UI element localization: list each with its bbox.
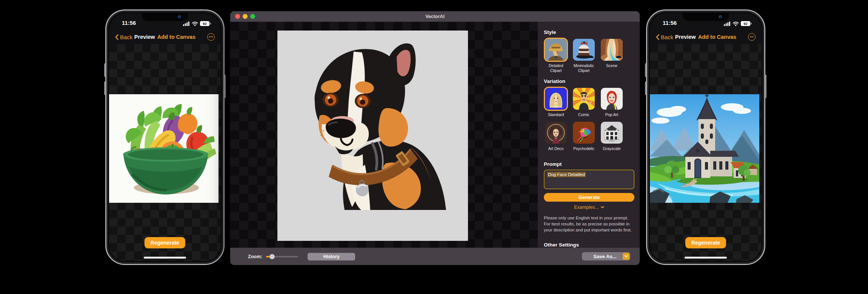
desktop-background: 11:56 92 Back Preview Add to Canvas ••• bbox=[0, 0, 868, 294]
style-label: Scene bbox=[600, 63, 624, 73]
window-bottom-toolbar: Zoom: History Save As... bbox=[230, 248, 640, 265]
more-options-icon[interactable]: ••• bbox=[207, 33, 215, 41]
front-camera bbox=[178, 15, 181, 18]
artboard-canvas bbox=[277, 31, 468, 241]
window-titlebar[interactable]: VectorAI bbox=[230, 11, 640, 22]
power-button bbox=[224, 75, 226, 98]
wifi-icon bbox=[192, 21, 198, 26]
variation-standard-thumb[interactable] bbox=[544, 87, 568, 111]
vectorai-window: VectorAI bbox=[230, 11, 640, 265]
chevron-down-icon bbox=[601, 206, 604, 208]
front-camera bbox=[719, 15, 722, 18]
transparent-checker-area: Regenerate bbox=[109, 44, 221, 261]
style-labels: Detailed Clipart Minimalistic Clipart Sc… bbox=[544, 63, 634, 73]
volume-up-button bbox=[104, 63, 106, 77]
prompt-header: Prompt bbox=[544, 161, 634, 167]
zoom-slider-knob[interactable] bbox=[269, 254, 275, 259]
settings-sidebar: Style bbox=[538, 22, 640, 248]
cellular-signal-icon bbox=[183, 21, 190, 26]
variation-label: Art Deco bbox=[544, 146, 568, 151]
add-to-canvas-button[interactable]: Add to Canvas bbox=[157, 34, 196, 40]
notch bbox=[142, 13, 188, 21]
nav-bar: Back Preview Add to Canvas ••• bbox=[650, 31, 762, 43]
status-icons: 92 bbox=[724, 21, 750, 26]
variation-popart-thumb[interactable] bbox=[600, 87, 624, 111]
cellular-signal-icon bbox=[724, 21, 731, 26]
variation-thumbnails-row2 bbox=[544, 121, 634, 145]
style-minimalistic-clipart-thumb[interactable] bbox=[572, 38, 596, 62]
prompt-input[interactable]: Dog Face Detailled bbox=[544, 170, 634, 189]
variation-labels-row1: Standard Comic Pop Art bbox=[544, 112, 634, 117]
status-icons: 92 bbox=[183, 21, 209, 26]
back-button[interactable]: Back bbox=[115, 34, 132, 40]
variation-thumbnails-row1 bbox=[544, 87, 634, 111]
style-detailed-clipart-thumb[interactable] bbox=[544, 38, 568, 62]
variation-header: Variation bbox=[544, 78, 634, 84]
clock: 11:56 bbox=[663, 20, 677, 26]
page-title: Preview bbox=[134, 34, 155, 40]
volume-down-button bbox=[104, 81, 106, 95]
style-label: Minimalistic Clipart bbox=[572, 63, 596, 73]
dog-face-illustration bbox=[277, 31, 468, 241]
clock: 11:56 bbox=[122, 20, 136, 26]
window-title: VectorAI bbox=[230, 11, 640, 21]
transparent-checker-area: Regenerate bbox=[650, 44, 762, 261]
zoom-slider[interactable] bbox=[266, 254, 298, 259]
variation-label: Grayscale bbox=[600, 146, 624, 151]
back-chevron-icon bbox=[656, 34, 659, 40]
add-to-canvas-button[interactable]: Add to Canvas bbox=[698, 34, 737, 40]
generated-image-church-scene bbox=[650, 94, 759, 203]
style-header: Style bbox=[544, 29, 634, 35]
wifi-icon bbox=[733, 21, 739, 26]
phone-screen: 11:56 92 Back Preview Add to Canvas ••• bbox=[109, 13, 221, 261]
back-button[interactable]: Back bbox=[656, 34, 673, 40]
battery-icon: 92 bbox=[200, 21, 209, 26]
page-title: Preview bbox=[675, 34, 696, 40]
variation-labels-row2: Art Deco Psychodelic Grayscale bbox=[544, 146, 634, 151]
variation-label: Psychodelic bbox=[572, 146, 596, 151]
vegetable-bowl-illustration bbox=[109, 94, 219, 203]
save-as-dropdown[interactable] bbox=[623, 253, 629, 260]
iphone-right: 11:56 92 Back Preview Add to Canvas ••• bbox=[646, 9, 765, 265]
home-indicator bbox=[144, 257, 186, 259]
other-settings-header: Other Settings bbox=[544, 242, 634, 248]
power-button bbox=[765, 75, 766, 98]
variation-comic-thumb[interactable] bbox=[572, 87, 596, 111]
volume-down-button bbox=[645, 81, 646, 95]
save-as-button[interactable]: Save As... bbox=[582, 252, 630, 260]
style-thumbnails bbox=[544, 38, 634, 62]
church-scene-illustration bbox=[650, 94, 759, 203]
examples-dropdown[interactable]: Examples... bbox=[544, 205, 634, 210]
variation-grayscale-thumb[interactable] bbox=[600, 121, 624, 145]
nav-bar: Back Preview Add to Canvas ••• bbox=[109, 31, 221, 43]
history-button[interactable]: History bbox=[308, 253, 355, 260]
volume-up-button bbox=[645, 63, 646, 77]
generated-image-vegetable-bowl bbox=[109, 94, 219, 203]
home-indicator bbox=[685, 257, 727, 259]
notch bbox=[683, 13, 729, 21]
regenerate-button[interactable]: Regenerate bbox=[685, 237, 726, 248]
prompt-selected-text: Dog Face Detailled bbox=[547, 172, 586, 177]
variation-psychodelic-thumb[interactable] bbox=[572, 121, 596, 145]
variation-label: Comic bbox=[572, 112, 596, 117]
zoom-label: Zoom: bbox=[248, 254, 262, 259]
back-chevron-icon bbox=[115, 34, 119, 40]
style-scene-thumb[interactable] bbox=[600, 38, 624, 62]
prompt-help-text: Please only use English text in your pro… bbox=[544, 215, 634, 233]
iphone-left: 11:56 92 Back Preview Add to Canvas ••• bbox=[105, 9, 225, 265]
variation-label: Standard bbox=[544, 112, 568, 117]
style-label: Detailed Clipart bbox=[544, 63, 568, 73]
editor-checker-area: Style bbox=[230, 22, 640, 248]
phone-screen: 11:56 92 Back Preview Add to Canvas ••• bbox=[650, 13, 762, 261]
generate-button[interactable]: Generate bbox=[544, 193, 634, 202]
chevron-down-icon bbox=[625, 255, 628, 257]
battery-icon: 92 bbox=[741, 21, 750, 26]
regenerate-button[interactable]: Regenerate bbox=[145, 237, 185, 248]
more-options-icon[interactable]: ••• bbox=[748, 33, 756, 41]
variation-artdeco-thumb[interactable] bbox=[544, 121, 568, 145]
variation-label: Pop Art bbox=[600, 112, 624, 117]
